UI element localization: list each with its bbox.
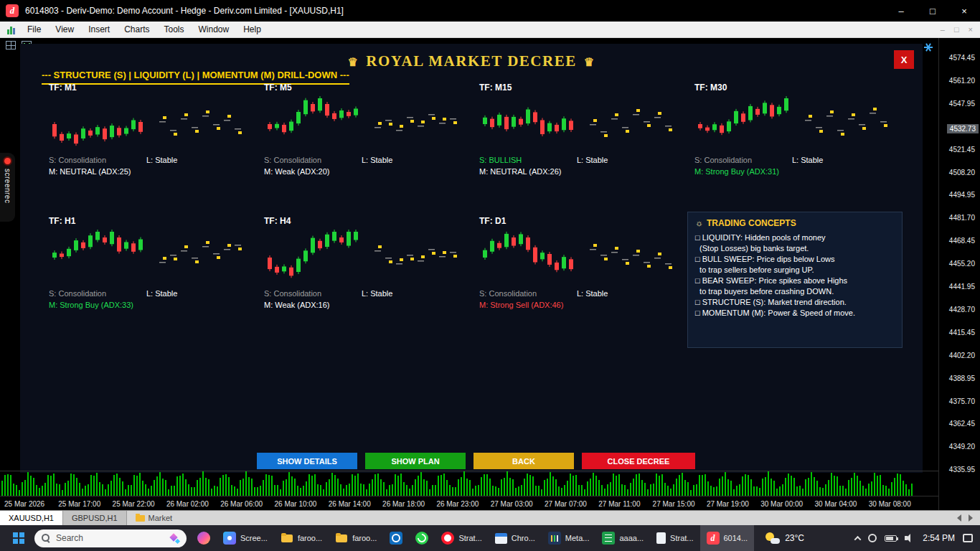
start-button[interactable] [6, 525, 32, 551]
tab-scroll-left-icon[interactable] [957, 514, 961, 522]
taskbar-item-chro[interactable]: Chro... [489, 525, 542, 551]
time-axis-label: 25 Mar 2026 [4, 500, 44, 508]
taskbar-clock[interactable]: 2:54 PM [923, 533, 955, 543]
structure-status-m30: S: Consolidation [694, 156, 792, 164]
taskbar-item-label: Strat... [670, 534, 693, 542]
tf-block-d1: TF: D1S: ConsolidationM: Strong Sell (AD… [479, 216, 692, 309]
taskbar-item-whatsapp[interactable] [409, 525, 435, 551]
close-decree-button[interactable]: CLOSE DECREE [582, 453, 695, 469]
menu-item-insert[interactable]: Insert [81, 22, 117, 37]
time-axis-label: 26 Mar 10:00 [275, 500, 317, 508]
price-axis-label: 4441.95 [949, 283, 975, 291]
taskbar-item-faroo[interactable]: faroo... [274, 525, 329, 551]
show-details-button[interactable]: SHOW DETAILS [257, 453, 357, 469]
volume-icon[interactable] [905, 534, 915, 542]
price-axis-label: 4561.20 [949, 76, 975, 84]
structure-status-m5: S: Consolidation [264, 156, 362, 164]
indicator-icon [924, 43, 933, 52]
time-axis-label: 27 Mar 15:00 [653, 500, 695, 508]
price-axis-label: 4335.95 [949, 466, 975, 474]
liquidity-status-h1: L: Stable [146, 289, 177, 298]
menu-item-charts[interactable]: Charts [117, 22, 156, 37]
tf-charts-m30 [694, 95, 907, 150]
record-dot-icon[interactable] [4, 158, 11, 164]
menu-item-help[interactable]: Help [236, 22, 268, 37]
back-button[interactable]: BACK [473, 453, 574, 469]
structure-status-d1: S: Consolidation [479, 289, 577, 298]
grid-toolbar-icon[interactable] [6, 41, 16, 50]
decree-buttons: SHOW DETAILSSHOW PLANBACKCLOSE DECREE [257, 453, 695, 469]
weather-widget[interactable]: 23°C [765, 532, 804, 544]
candlestick-mini-chart [264, 95, 362, 149]
tf-label-m30: TF: M30 [694, 83, 907, 93]
action-center-icon[interactable] [963, 534, 973, 542]
document-icon [656, 532, 666, 544]
close-button[interactable]: × [948, 0, 980, 22]
price-axis-label: 4481.70 [949, 214, 975, 222]
time-axis-label: 26 Mar 18:00 [382, 500, 425, 508]
maximize-button[interactable]: □ [917, 0, 948, 22]
screenrec-widget[interactable]: screenrec [0, 153, 15, 222]
menu-item-window[interactable]: Window [192, 22, 237, 37]
tf-label-m15: TF: M15 [479, 83, 692, 93]
time-axis-label: 26 Mar 14:00 [329, 500, 371, 508]
weather-icon [765, 532, 780, 544]
child-minimize-icon[interactable]: – [941, 25, 945, 34]
taskbar-item-6014[interactable]: d6014... [700, 525, 755, 551]
menu-item-tools[interactable]: Tools [157, 22, 192, 37]
deriv-logo: d [6, 4, 19, 17]
tab-scroll-right-icon[interactable] [969, 514, 973, 522]
price-axis-label: 4415.45 [949, 328, 975, 336]
taskbar-item-outlook[interactable] [383, 525, 409, 551]
tf-block-m5: TF: M5S: ConsolidationM: Weak (ADX:20)L:… [264, 83, 476, 176]
search-box[interactable]: Search [34, 529, 187, 547]
time-axis-label: 26 Mar 06:00 [220, 500, 263, 508]
trading-concepts-box: ☼ TRADING CONCEPTS □ LIQUIDITY: Hidden p… [687, 212, 903, 348]
tray-chevron-icon[interactable] [854, 535, 862, 542]
taskbar-item-meta[interactable]: Meta... [542, 525, 596, 551]
concept-line: □ STRUCTURE (S): Market trend direction. [695, 297, 895, 308]
candlestick-mini-chart [264, 229, 362, 282]
tab-gbpusd-h1[interactable]: GBPUSD,H1 [63, 511, 127, 525]
child-restore-icon[interactable]: □ [954, 25, 959, 34]
momentum-status-h1: M: Strong Buy (ADX:33) [49, 301, 146, 309]
search-highlights-icon [169, 533, 179, 543]
tf-block-m15: TF: M15S: BULLISHM: NEUTRAL (ADX:26)L: S… [479, 83, 692, 176]
crown-icon: ♛ [584, 56, 595, 68]
window-controls: – □ × [885, 0, 980, 22]
child-close-icon[interactable]: × [969, 25, 973, 34]
menu-item-file[interactable]: File [20, 22, 48, 37]
decree-panel: ♛ROYAL MARKET DECREE♛ --- STRUCTURE (S) … [20, 44, 923, 473]
application-window: d 6014803 - Deriv-Demo: Demo Account - H… [0, 0, 980, 551]
concept-line: □ MOMENTUM (M): Power & Speed of move. [695, 308, 895, 319]
taskbar-item-copilot[interactable] [191, 525, 217, 551]
taskbar-item-scree[interactable]: Scree... [217, 525, 274, 551]
menubar: FileViewInsertChartsToolsWindowHelp – □ … [0, 22, 980, 38]
search-icon [42, 534, 50, 542]
sheet-icon [602, 532, 615, 545]
price-axis-label: 4455.20 [949, 260, 975, 268]
taskbar-item-faroo[interactable]: faroo... [329, 525, 383, 551]
menu-item-view[interactable]: View [48, 22, 81, 37]
price-axis-label: 4388.95 [949, 374, 975, 382]
concepts-title: TRADING CONCEPTS [707, 218, 796, 228]
liquidity-mini-chart [156, 95, 245, 149]
battery-icon[interactable] [885, 535, 897, 542]
liquidity-status-m30: L: Stable [792, 156, 823, 164]
price-axis-label: 4349.20 [949, 443, 975, 451]
tab-xauusd-h1[interactable]: XAUUSD,H1 [0, 511, 63, 525]
volume-bars [0, 471, 938, 496]
candlestick-mini-chart [479, 229, 577, 282]
taskbar-item-strat[interactable]: Strat... [435, 525, 488, 551]
tray-clock-icon[interactable] [868, 534, 877, 542]
taskbar-item-aaaa[interactable]: aaaa... [595, 525, 650, 551]
show-plan-button[interactable]: SHOW PLAN [365, 453, 466, 469]
tab-scroll-controls [957, 511, 973, 525]
minimize-button[interactable]: – [885, 0, 917, 22]
price-axis: 4532.73 4574.454561.204547.954521.454508… [938, 38, 980, 510]
market-chip[interactable]: Market [136, 511, 173, 525]
lamp-icon: ☼ [695, 218, 703, 228]
time-axis-label: 30 Mar 08:00 [869, 500, 911, 508]
taskbar-item-strat[interactable]: Strat... [650, 525, 699, 551]
close-decree-x-button[interactable]: X [894, 50, 914, 69]
